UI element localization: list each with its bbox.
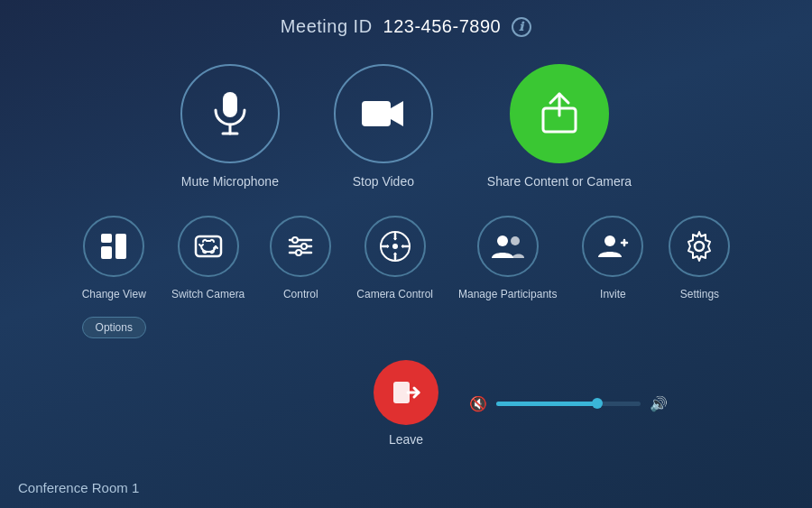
manage-label: Manage Participants [458,288,557,300]
leave-label: Leave [389,432,423,447]
volume-slider[interactable] [496,402,641,406]
share-circle[interactable] [510,64,609,163]
change-view-circle[interactable] [83,216,144,277]
change-view-label: Change View [82,288,146,300]
invite-button[interactable]: Invite [582,216,643,300]
control-button[interactable]: Control [270,216,331,300]
header: Meeting ID 123-456-7890 ℹ [0,0,812,37]
meeting-id-label: Meeting ID [281,16,373,37]
bottom-row: Leave 🔇 🔊 [0,360,812,447]
mute-label: Mute Microphone [181,174,279,189]
svg-point-13 [296,250,301,255]
options-button[interactable]: Options [82,317,146,338]
secondary-buttons-row: Change View Options Switch Camera [0,216,812,338]
camera-control-button[interactable]: Camera Control [356,216,433,300]
settings-label: Settings [680,288,719,300]
leave-circle[interactable] [374,360,438,425]
info-icon[interactable]: ℹ [512,17,531,37]
camera-control-circle[interactable] [364,216,426,277]
switch-camera-label: Switch Camera [171,288,245,300]
video-circle[interactable] [334,64,433,163]
svg-point-12 [301,244,307,249]
conference-name: Conference Room 1 [18,480,139,495]
svg-point-19 [392,244,398,249]
svg-rect-5 [101,234,112,243]
video-label: Stop Video [353,174,414,189]
switch-camera-circle[interactable] [178,216,239,277]
svg-point-21 [511,236,520,245]
svg-rect-0 [223,92,237,117]
change-view-button[interactable]: Change View Options [82,216,146,338]
manage-circle[interactable] [477,216,539,277]
svg-point-22 [604,236,615,246]
invite-label: Invite [600,288,626,300]
volume-high-icon: 🔊 [650,395,668,412]
volume-thumb[interactable] [592,398,603,409]
control-label: Control [283,288,318,300]
volume-control: 🔇 🔊 [469,395,668,412]
svg-point-11 [292,237,298,243]
volume-fill [496,402,597,406]
settings-button[interactable]: Settings [669,216,730,300]
stop-video-button[interactable]: Stop Video [334,64,433,189]
volume-low-icon: 🔇 [469,395,487,412]
leave-button-wrap[interactable]: Leave [374,360,438,447]
switch-camera-button[interactable]: Switch Camera [171,216,245,300]
meeting-id-value: 123-456-7890 [383,16,502,37]
camera-control-label: Camera Control [356,288,433,300]
svg-rect-3 [362,101,391,126]
mute-microphone-button[interactable]: Mute Microphone [180,64,280,189]
svg-point-20 [497,236,508,246]
share-label: Share Content or Camera [487,174,632,189]
settings-circle[interactable] [669,216,730,277]
svg-rect-6 [101,246,112,259]
svg-rect-7 [115,234,126,259]
control-circle[interactable] [270,216,331,277]
mute-circle[interactable] [180,64,280,163]
main-buttons-row: Mute Microphone Stop Video Share Content… [0,64,812,189]
manage-participants-button[interactable]: Manage Participants [458,216,557,300]
svg-point-25 [695,242,704,251]
share-button[interactable]: Share Content or Camera [487,64,632,189]
invite-circle[interactable] [582,216,643,277]
